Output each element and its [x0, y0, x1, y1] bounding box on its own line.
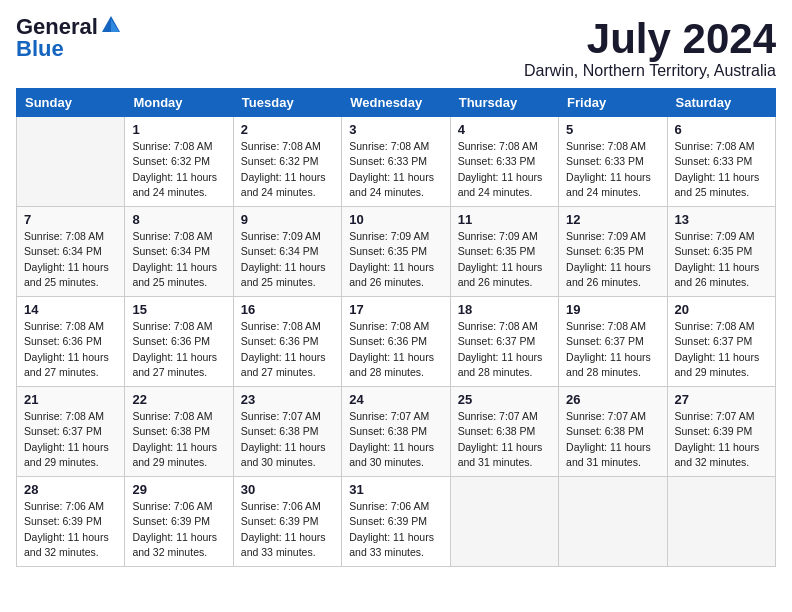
day-number: 26	[566, 392, 659, 407]
table-row: 2 Sunrise: 7:08 AMSunset: 6:32 PMDayligh…	[233, 117, 341, 207]
table-row: 23 Sunrise: 7:07 AMSunset: 6:38 PMDaylig…	[233, 387, 341, 477]
table-row: 4 Sunrise: 7:08 AMSunset: 6:33 PMDayligh…	[450, 117, 558, 207]
logo-blue-text: Blue	[16, 38, 64, 60]
day-number: 2	[241, 122, 334, 137]
day-detail: Sunrise: 7:07 AMSunset: 6:38 PMDaylight:…	[349, 410, 434, 468]
day-detail: Sunrise: 7:08 AMSunset: 6:33 PMDaylight:…	[675, 140, 760, 198]
day-detail: Sunrise: 7:09 AMSunset: 6:35 PMDaylight:…	[566, 230, 651, 288]
day-number: 13	[675, 212, 768, 227]
table-row: 28 Sunrise: 7:06 AMSunset: 6:39 PMDaylig…	[17, 477, 125, 567]
day-detail: Sunrise: 7:08 AMSunset: 6:37 PMDaylight:…	[675, 320, 760, 378]
day-detail: Sunrise: 7:08 AMSunset: 6:37 PMDaylight:…	[458, 320, 543, 378]
day-number: 10	[349, 212, 442, 227]
day-detail: Sunrise: 7:07 AMSunset: 6:39 PMDaylight:…	[675, 410, 760, 468]
day-detail: Sunrise: 7:08 AMSunset: 6:36 PMDaylight:…	[132, 320, 217, 378]
day-number: 23	[241, 392, 334, 407]
day-number: 28	[24, 482, 117, 497]
table-row	[559, 477, 667, 567]
day-detail: Sunrise: 7:06 AMSunset: 6:39 PMDaylight:…	[132, 500, 217, 558]
table-row: 26 Sunrise: 7:07 AMSunset: 6:38 PMDaylig…	[559, 387, 667, 477]
day-detail: Sunrise: 7:08 AMSunset: 6:34 PMDaylight:…	[132, 230, 217, 288]
day-detail: Sunrise: 7:08 AMSunset: 6:33 PMDaylight:…	[458, 140, 543, 198]
calendar-header-row: Sunday Monday Tuesday Wednesday Thursday…	[17, 89, 776, 117]
table-row: 3 Sunrise: 7:08 AMSunset: 6:33 PMDayligh…	[342, 117, 450, 207]
day-number: 5	[566, 122, 659, 137]
day-number: 19	[566, 302, 659, 317]
table-row: 20 Sunrise: 7:08 AMSunset: 6:37 PMDaylig…	[667, 297, 775, 387]
day-number: 16	[241, 302, 334, 317]
day-number: 8	[132, 212, 225, 227]
day-detail: Sunrise: 7:08 AMSunset: 6:36 PMDaylight:…	[241, 320, 326, 378]
table-row: 29 Sunrise: 7:06 AMSunset: 6:39 PMDaylig…	[125, 477, 233, 567]
day-number: 6	[675, 122, 768, 137]
day-number: 22	[132, 392, 225, 407]
day-detail: Sunrise: 7:06 AMSunset: 6:39 PMDaylight:…	[349, 500, 434, 558]
day-number: 1	[132, 122, 225, 137]
header: General Blue July 2024 Darwin, Northern …	[16, 16, 776, 80]
day-detail: Sunrise: 7:08 AMSunset: 6:33 PMDaylight:…	[349, 140, 434, 198]
calendar-table: Sunday Monday Tuesday Wednesday Thursday…	[16, 88, 776, 567]
day-detail: Sunrise: 7:08 AMSunset: 6:33 PMDaylight:…	[566, 140, 651, 198]
day-detail: Sunrise: 7:09 AMSunset: 6:34 PMDaylight:…	[241, 230, 326, 288]
day-number: 7	[24, 212, 117, 227]
day-number: 3	[349, 122, 442, 137]
col-monday: Monday	[125, 89, 233, 117]
month-year-title: July 2024	[524, 16, 776, 62]
day-detail: Sunrise: 7:09 AMSunset: 6:35 PMDaylight:…	[349, 230, 434, 288]
day-number: 18	[458, 302, 551, 317]
table-row: 1 Sunrise: 7:08 AMSunset: 6:32 PMDayligh…	[125, 117, 233, 207]
table-row: 13 Sunrise: 7:09 AMSunset: 6:35 PMDaylig…	[667, 207, 775, 297]
calendar-week-row: 1 Sunrise: 7:08 AMSunset: 6:32 PMDayligh…	[17, 117, 776, 207]
title-area: July 2024 Darwin, Northern Territory, Au…	[524, 16, 776, 80]
day-detail: Sunrise: 7:08 AMSunset: 6:34 PMDaylight:…	[24, 230, 109, 288]
table-row: 12 Sunrise: 7:09 AMSunset: 6:35 PMDaylig…	[559, 207, 667, 297]
table-row: 8 Sunrise: 7:08 AMSunset: 6:34 PMDayligh…	[125, 207, 233, 297]
day-detail: Sunrise: 7:09 AMSunset: 6:35 PMDaylight:…	[675, 230, 760, 288]
day-number: 11	[458, 212, 551, 227]
day-detail: Sunrise: 7:07 AMSunset: 6:38 PMDaylight:…	[241, 410, 326, 468]
day-number: 27	[675, 392, 768, 407]
day-number: 29	[132, 482, 225, 497]
table-row: 25 Sunrise: 7:07 AMSunset: 6:38 PMDaylig…	[450, 387, 558, 477]
col-saturday: Saturday	[667, 89, 775, 117]
table-row: 21 Sunrise: 7:08 AMSunset: 6:37 PMDaylig…	[17, 387, 125, 477]
day-detail: Sunrise: 7:06 AMSunset: 6:39 PMDaylight:…	[241, 500, 326, 558]
col-tuesday: Tuesday	[233, 89, 341, 117]
calendar-week-row: 7 Sunrise: 7:08 AMSunset: 6:34 PMDayligh…	[17, 207, 776, 297]
table-row	[450, 477, 558, 567]
day-number: 30	[241, 482, 334, 497]
day-detail: Sunrise: 7:09 AMSunset: 6:35 PMDaylight:…	[458, 230, 543, 288]
col-sunday: Sunday	[17, 89, 125, 117]
day-number: 24	[349, 392, 442, 407]
table-row: 31 Sunrise: 7:06 AMSunset: 6:39 PMDaylig…	[342, 477, 450, 567]
location-subtitle: Darwin, Northern Territory, Australia	[524, 62, 776, 80]
col-wednesday: Wednesday	[342, 89, 450, 117]
table-row: 19 Sunrise: 7:08 AMSunset: 6:37 PMDaylig…	[559, 297, 667, 387]
table-row: 18 Sunrise: 7:08 AMSunset: 6:37 PMDaylig…	[450, 297, 558, 387]
table-row: 15 Sunrise: 7:08 AMSunset: 6:36 PMDaylig…	[125, 297, 233, 387]
table-row: 16 Sunrise: 7:08 AMSunset: 6:36 PMDaylig…	[233, 297, 341, 387]
table-row	[17, 117, 125, 207]
table-row: 24 Sunrise: 7:07 AMSunset: 6:38 PMDaylig…	[342, 387, 450, 477]
day-detail: Sunrise: 7:08 AMSunset: 6:32 PMDaylight:…	[132, 140, 217, 198]
table-row: 22 Sunrise: 7:08 AMSunset: 6:38 PMDaylig…	[125, 387, 233, 477]
day-number: 14	[24, 302, 117, 317]
table-row	[667, 477, 775, 567]
day-number: 12	[566, 212, 659, 227]
day-number: 25	[458, 392, 551, 407]
day-number: 4	[458, 122, 551, 137]
day-number: 9	[241, 212, 334, 227]
table-row: 14 Sunrise: 7:08 AMSunset: 6:36 PMDaylig…	[17, 297, 125, 387]
table-row: 17 Sunrise: 7:08 AMSunset: 6:36 PMDaylig…	[342, 297, 450, 387]
table-row: 9 Sunrise: 7:09 AMSunset: 6:34 PMDayligh…	[233, 207, 341, 297]
table-row: 5 Sunrise: 7:08 AMSunset: 6:33 PMDayligh…	[559, 117, 667, 207]
table-row: 27 Sunrise: 7:07 AMSunset: 6:39 PMDaylig…	[667, 387, 775, 477]
logo-icon	[100, 14, 122, 36]
day-detail: Sunrise: 7:08 AMSunset: 6:37 PMDaylight:…	[24, 410, 109, 468]
day-detail: Sunrise: 7:06 AMSunset: 6:39 PMDaylight:…	[24, 500, 109, 558]
table-row: 6 Sunrise: 7:08 AMSunset: 6:33 PMDayligh…	[667, 117, 775, 207]
day-detail: Sunrise: 7:07 AMSunset: 6:38 PMDaylight:…	[566, 410, 651, 468]
day-number: 17	[349, 302, 442, 317]
calendar-week-row: 28 Sunrise: 7:06 AMSunset: 6:39 PMDaylig…	[17, 477, 776, 567]
table-row: 11 Sunrise: 7:09 AMSunset: 6:35 PMDaylig…	[450, 207, 558, 297]
